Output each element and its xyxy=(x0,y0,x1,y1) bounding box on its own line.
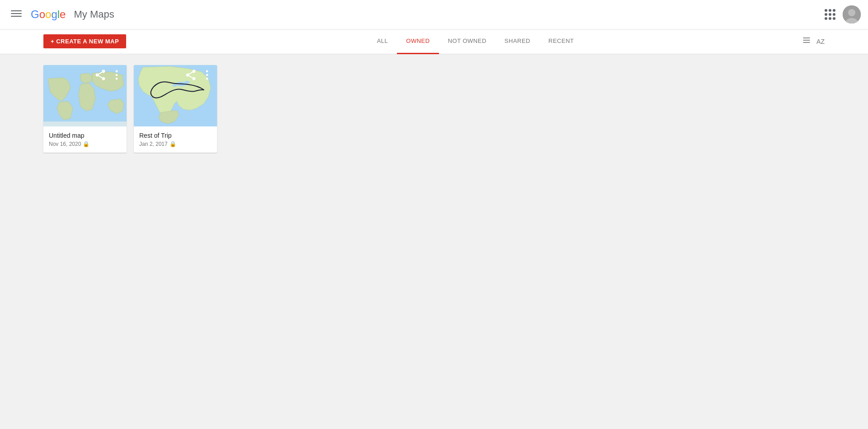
card-meta-rest-of-trip: Jan 2, 2017 🔒 xyxy=(139,141,212,147)
create-new-map-button[interactable]: + CREATE A NEW MAP xyxy=(43,34,126,48)
lock-icon-rest-of-trip: 🔒 xyxy=(170,141,176,147)
card-meta-untitled: Nov 16, 2020 🔒 xyxy=(49,141,121,147)
tab-shared[interactable]: SHARED xyxy=(495,29,539,54)
svg-point-12 xyxy=(116,74,118,76)
more-options-icon-untitled[interactable] xyxy=(110,69,123,81)
tab-all[interactable]: ALL xyxy=(368,29,397,54)
svg-rect-6 xyxy=(803,37,810,38)
header-left: Google My Maps xyxy=(7,5,114,25)
hamburger-menu-icon[interactable] xyxy=(7,5,25,25)
svg-point-19 xyxy=(206,74,208,76)
map-thumbnail-untitled xyxy=(43,65,127,126)
map-thumbnail-rest-of-trip xyxy=(134,65,217,126)
card-info-rest-of-trip: Rest of Trip Jan 2, 2017 🔒 xyxy=(134,126,217,153)
sort-label[interactable]: AZ xyxy=(816,38,825,45)
maps-grid: Untitled map Nov 16, 2020 🔒 xyxy=(43,65,825,153)
lock-icon-untitled: 🔒 xyxy=(83,141,90,147)
svg-rect-0 xyxy=(11,10,22,11)
list-view-icon[interactable] xyxy=(800,34,813,49)
svg-point-18 xyxy=(206,70,208,73)
svg-point-17 xyxy=(172,84,177,87)
card-date-rest-of-trip: Jan 2, 2017 xyxy=(139,141,168,147)
toolbar: + CREATE A NEW MAP ALL OWNED NOT OWNED S… xyxy=(0,29,868,54)
apps-grid-icon[interactable] xyxy=(821,5,839,23)
svg-rect-2 xyxy=(11,16,22,17)
share-icon-untitled[interactable] xyxy=(94,69,107,81)
card-actions-rest-of-trip xyxy=(184,69,213,81)
svg-point-20 xyxy=(206,78,208,80)
toolbar-right: AZ xyxy=(800,34,825,49)
svg-point-4 xyxy=(848,9,855,16)
app-header: Google My Maps xyxy=(0,0,868,29)
share-icon-rest-of-trip[interactable] xyxy=(184,69,197,81)
app-title: My Maps xyxy=(74,9,114,20)
svg-rect-1 xyxy=(11,13,22,14)
card-actions-untitled xyxy=(94,69,123,81)
svg-rect-7 xyxy=(803,40,810,41)
filter-tabs: ALL OWNED NOT OWNED SHARED RECENT xyxy=(368,29,583,54)
card-title-rest-of-trip: Rest of Trip xyxy=(139,132,212,139)
user-avatar[interactable] xyxy=(843,5,861,23)
google-logo: Google xyxy=(31,8,66,21)
main-content: Untitled map Nov 16, 2020 🔒 xyxy=(0,54,868,429)
map-card-rest-of-trip[interactable]: Rest of Trip Jan 2, 2017 🔒 xyxy=(134,65,217,153)
tab-not-owned[interactable]: NOT OWNED xyxy=(439,29,495,54)
more-options-icon-rest-of-trip[interactable] xyxy=(201,69,213,81)
tab-recent[interactable]: RECENT xyxy=(539,29,583,54)
header-right xyxy=(821,5,861,23)
svg-rect-8 xyxy=(803,42,810,43)
svg-rect-10 xyxy=(43,121,127,126)
card-title-untitled: Untitled map xyxy=(49,132,121,139)
map-card-untitled[interactable]: Untitled map Nov 16, 2020 🔒 xyxy=(43,65,127,153)
card-info-untitled: Untitled map Nov 16, 2020 🔒 xyxy=(43,126,127,153)
card-date-untitled: Nov 16, 2020 xyxy=(49,141,81,147)
svg-point-11 xyxy=(116,70,118,73)
tab-owned[interactable]: OWNED xyxy=(397,29,439,54)
svg-point-13 xyxy=(116,78,118,80)
